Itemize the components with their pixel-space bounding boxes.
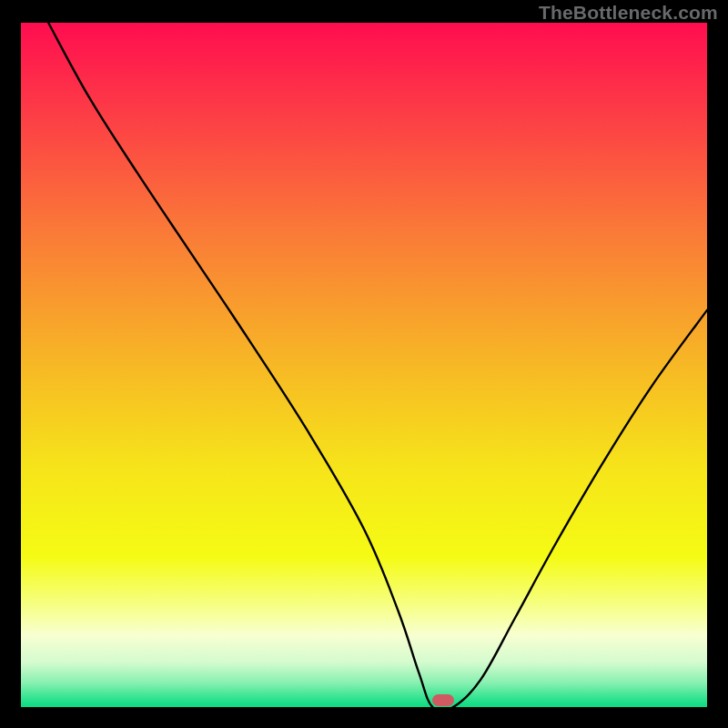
optimal-marker xyxy=(432,694,454,706)
plot-area xyxy=(21,23,707,707)
bottleneck-curve xyxy=(21,23,707,707)
watermark-text: TheBottleneck.com xyxy=(539,2,718,24)
chart-frame: TheBottleneck.com xyxy=(0,0,728,728)
